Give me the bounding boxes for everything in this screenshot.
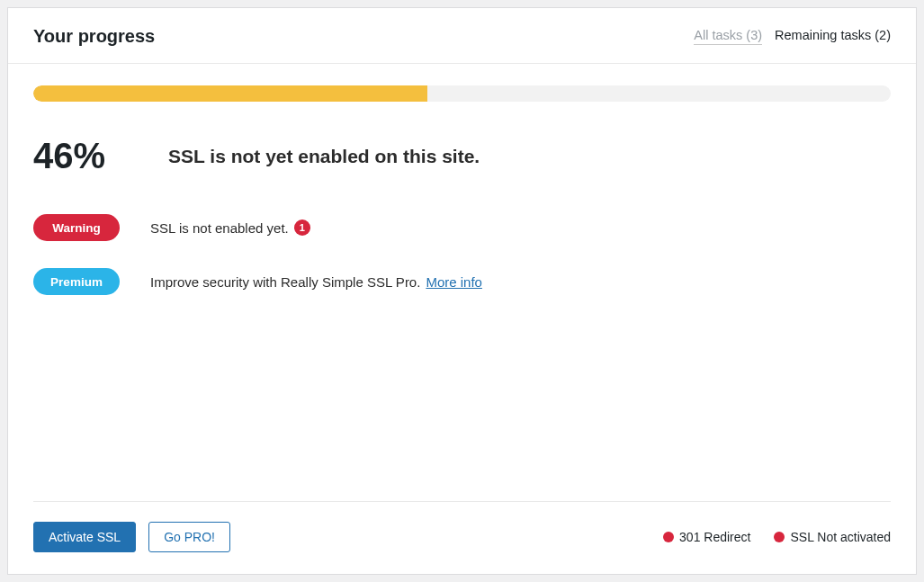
status-indicator-redirect: 301 Redirect (663, 530, 750, 544)
dot-icon (774, 532, 785, 542)
status-indicator-ssl: SSL Not activated (774, 530, 891, 544)
status-pill-premium: Premium (33, 268, 120, 295)
task-row: Warning SSL is not enabled yet. 1 (33, 214, 891, 241)
progress-status-row: 46% SSL is not yet enabled on this site. (33, 136, 891, 176)
panel-header: Your progress All tasks (3) Remaining ta… (8, 8, 916, 64)
task-list: Warning SSL is not enabled yet. 1 Premiu… (33, 214, 891, 295)
indicator-label: SSL Not activated (790, 530, 891, 544)
activate-ssl-button[interactable]: Activate SSL (33, 522, 136, 552)
dot-icon (663, 532, 674, 542)
task-text: Improve security with Really Simple SSL … (150, 274, 482, 290)
tab-all-tasks[interactable]: All tasks (3) (694, 28, 762, 45)
task-description: Improve security with Really Simple SSL … (150, 274, 420, 290)
status-pill-warning: Warning (33, 214, 120, 241)
panel-body: 46% SSL is not yet enabled on this site.… (8, 64, 916, 501)
task-row: Premium Improve security with Really Sim… (33, 268, 891, 295)
progress-panel: Your progress All tasks (3) Remaining ta… (7, 7, 917, 575)
page-title: Your progress (33, 26, 155, 47)
panel-footer: Activate SSL Go PRO! 301 Redirect SSL No… (33, 501, 891, 574)
progress-bar-track (33, 85, 891, 102)
task-description: SSL is not enabled yet. (150, 220, 289, 236)
footer-actions: Activate SSL Go PRO! (33, 522, 230, 552)
progress-bar-fill (33, 85, 427, 102)
task-count-badge: 1 (294, 219, 310, 236)
go-pro-button[interactable]: Go PRO! (148, 522, 230, 552)
progress-status-text: SSL is not yet enabled on this site. (168, 146, 480, 167)
task-filter-tabs: All tasks (3) Remaining tasks (2) (694, 28, 891, 45)
progress-percent: 46% (33, 136, 123, 176)
footer-indicators: 301 Redirect SSL Not activated (663, 530, 891, 544)
indicator-label: 301 Redirect (679, 530, 750, 544)
tab-remaining-tasks[interactable]: Remaining tasks (2) (775, 28, 891, 45)
task-text: SSL is not enabled yet. 1 (150, 219, 310, 236)
more-info-link[interactable]: More info (426, 274, 482, 290)
